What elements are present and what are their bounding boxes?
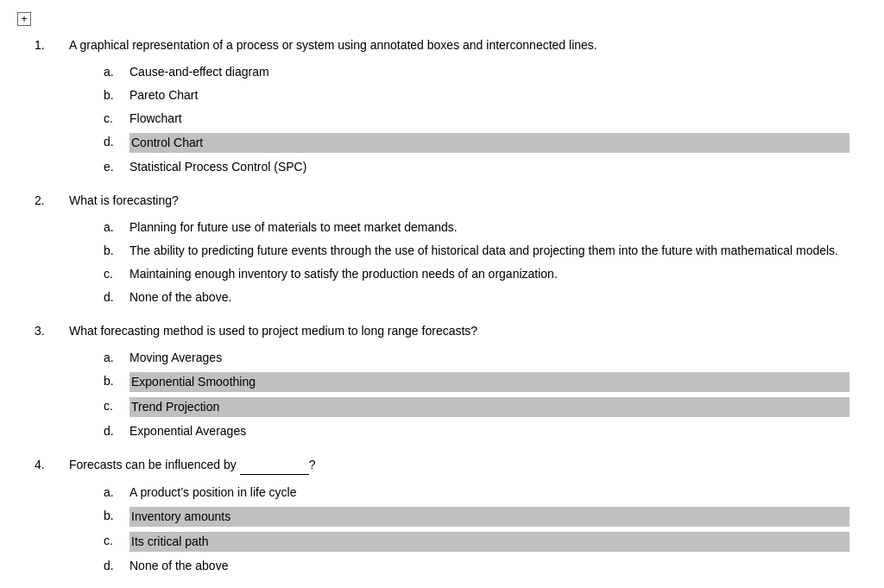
question-text-3: 3.What forecasting method is used to pro… (35, 322, 849, 340)
answer-letter-3-1: a. (104, 349, 129, 367)
answer-text-3-1: Moving Averages (129, 349, 849, 367)
answer-item-3-3: c.Trend Projection (104, 397, 849, 417)
question-number-2: 2. (35, 192, 69, 210)
answer-letter-4-3: c. (104, 532, 129, 550)
answer-item-4-3: c.Its critical path (104, 532, 849, 552)
answer-text-3-2: Exponential Smoothing (129, 372, 849, 392)
answer-letter-4-4: d. (104, 557, 129, 575)
answer-item-4-2: b.Inventory amounts (104, 507, 849, 527)
answer-letter-4-1: a. (104, 484, 129, 502)
answer-letter-4-2: b. (104, 507, 129, 525)
answer-item-1-4: d.Control Chart (104, 133, 849, 153)
answer-item-4-1: a.A product’s position in life cycle (104, 484, 849, 502)
answer-item-1-1: a.Cause-and-effect diagram (104, 63, 849, 81)
question-body-1: A graphical representation of a process … (69, 36, 849, 54)
answer-text-1-2: Pareto Chart (129, 86, 849, 104)
question-block-1: 1.A graphical representation of a proces… (35, 36, 849, 176)
answer-text-2-1: Planning for future use of materials to … (129, 218, 849, 237)
answer-letter-1-2: b. (104, 86, 129, 104)
answers-list-4: a.A product’s position in life cycleb.In… (104, 484, 849, 575)
answer-text-1-3: Flowchart (129, 110, 849, 128)
question-text-1: 1.A graphical representation of a proces… (35, 36, 849, 54)
answer-letter-3-3: c. (104, 397, 129, 415)
answer-text-1-4: Control Chart (129, 133, 849, 153)
answer-item-3-1: a.Moving Averages (104, 349, 849, 367)
question-body-2: What is forecasting? (69, 192, 849, 210)
answers-list-2: a.Planning for future use of materials t… (104, 218, 849, 307)
answer-item-1-5: e.Statistical Process Control (SPC) (104, 158, 849, 176)
question-text-2: 2.What is forecasting? (35, 192, 849, 210)
answer-text-3-3: Trend Projection (129, 397, 849, 417)
question-number-4: 4. (35, 456, 69, 474)
answer-text-1-5: Statistical Process Control (SPC) (129, 158, 849, 176)
answer-item-1-3: c.Flowchart (104, 110, 849, 128)
answer-letter-1-4: d. (104, 133, 129, 151)
answer-item-2-4: d.None of the above. (104, 288, 849, 307)
answers-list-3: a.Moving Averagesb.Exponential Smoothing… (104, 349, 849, 440)
answer-letter-3-4: d. (104, 422, 129, 440)
question-text-4: 4.Forecasts can be influenced by ? (35, 456, 849, 475)
answer-item-3-4: d.Exponential Averages (104, 422, 849, 440)
answers-list-1: a.Cause-and-effect diagramb.Pareto Chart… (104, 63, 849, 176)
answer-letter-1-5: e. (104, 158, 129, 176)
answer-letter-2-3: c. (104, 265, 129, 283)
answer-text-4-2: Inventory amounts (129, 507, 849, 527)
add-icon[interactable]: + (17, 12, 31, 26)
answer-text-1-1: Cause-and-effect diagram (129, 63, 849, 81)
answer-text-4-4: None of the above (129, 557, 849, 575)
answer-item-2-1: a.Planning for future use of materials t… (104, 218, 849, 237)
answer-letter-1-1: a. (104, 63, 129, 81)
question-number-1: 1. (35, 36, 69, 54)
question-block-3: 3.What forecasting method is used to pro… (35, 322, 849, 440)
answer-letter-2-4: d. (104, 288, 129, 307)
questions-container: 1.A graphical representation of a proces… (17, 36, 867, 575)
toolbar: + (17, 9, 867, 29)
answer-letter-1-3: c. (104, 110, 129, 128)
answer-text-3-4: Exponential Averages (129, 422, 849, 440)
question-body-4: Forecasts can be influenced by ? (69, 456, 849, 475)
question-block-2: 2.What is forecasting?a.Planning for fut… (35, 192, 849, 307)
answer-item-3-2: b.Exponential Smoothing (104, 372, 849, 392)
question-block-4: 4.Forecasts can be influenced by ?a.A pr… (35, 456, 849, 575)
answer-letter-3-2: b. (104, 372, 129, 390)
answer-letter-2-2: b. (104, 242, 129, 260)
answer-item-2-3: c.Maintaining enough inventory to satisf… (104, 265, 849, 283)
answer-text-2-4: None of the above. (129, 288, 849, 307)
answer-item-1-2: b.Pareto Chart (104, 86, 849, 104)
answer-text-2-3: Maintaining enough inventory to satisfy … (129, 265, 849, 283)
answer-item-2-2: b.The ability to predicting future event… (104, 242, 849, 260)
answer-text-4-1: A product’s position in life cycle (129, 484, 849, 502)
answer-letter-2-1: a. (104, 218, 129, 237)
question-body-3: What forecasting method is used to proje… (69, 322, 849, 340)
answer-text-4-3: Its critical path (129, 532, 849, 552)
question-number-3: 3. (35, 322, 69, 340)
answer-text-2-2: The ability to predicting future events … (129, 242, 849, 260)
answer-item-4-4: d.None of the above (104, 557, 849, 575)
